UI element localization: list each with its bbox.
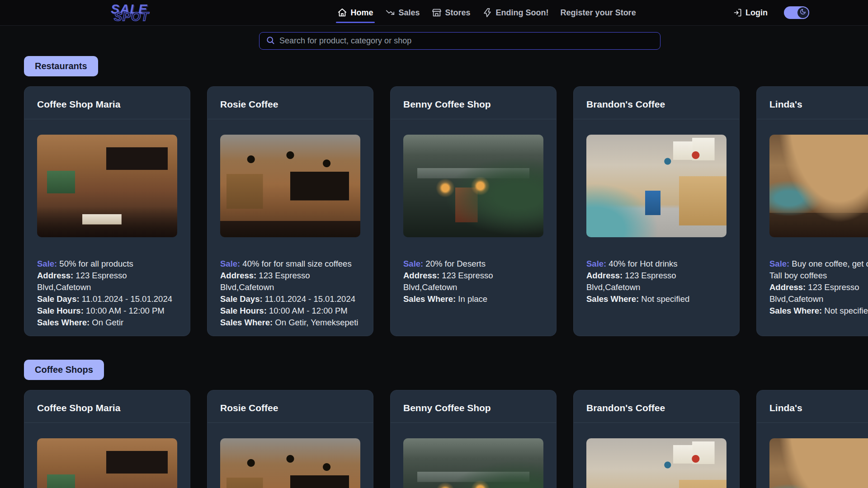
card-field-address: Address: 123 Espresso Blvd,Cafetown — [37, 270, 177, 293]
nav-item-ending-soon[interactable]: Ending Soon! — [482, 0, 549, 26]
card-title: Benny Coffee Shop — [391, 390, 556, 423]
field-value: 10:00 AM - 12:00 PM — [86, 306, 165, 315]
card-field-sales-where: Sales Where: In place — [403, 293, 543, 305]
card-details: Sale: 40% for Hot drinksAddress: 123 Esp… — [586, 258, 726, 305]
main-content: RestaurantsCoffee Shop MariaSale: 50% fo… — [0, 50, 868, 488]
field-value: 20% for Deserts — [425, 259, 486, 268]
cards-row: Coffee Shop MariaSale: 50% for all produ… — [24, 390, 868, 488]
benny-coffee-shop-photo — [403, 135, 543, 237]
field-label: Sale: — [586, 259, 606, 268]
field-value: In place — [458, 294, 487, 304]
card-title: Coffee Shop Maria — [24, 390, 190, 423]
field-label: Sales Where: — [220, 318, 273, 327]
coffee-shop-maria-photo — [37, 438, 177, 488]
card-title: Linda's — [757, 87, 868, 119]
login-button[interactable]: Login — [733, 8, 768, 18]
field-value: Not specified — [824, 306, 868, 315]
shop-card-linda-s[interactable]: Linda'sSale: Buy one coffee, get one fre… — [756, 86, 868, 336]
cards-row: Coffee Shop MariaSale: 50% for all produ… — [24, 86, 868, 336]
field-value: 11.01.2024 - 15.01.2024 — [82, 294, 172, 304]
shop-card-rosie-coffee[interactable]: Rosie CoffeeSale: 40% for for small size… — [207, 390, 373, 488]
field-label: Address: — [403, 271, 439, 280]
field-value: Not specified — [641, 294, 689, 304]
search-input[interactable] — [279, 36, 654, 46]
card-title: Rosie Coffee — [208, 87, 373, 119]
field-label: Sale Days: — [220, 294, 263, 304]
nav-item-label: Stores — [445, 8, 471, 18]
card-title: Brandon's Coffee — [574, 390, 739, 423]
card-field-sales-where: Sales Where: On Getir — [37, 317, 177, 328]
section-badge-restaurants[interactable]: Restaurants — [24, 56, 98, 76]
shop-card-brandon-s-coffee[interactable]: Brandon's CoffeeSale: 40% for Hot drinks… — [573, 86, 740, 336]
field-value: 40% for for small size coffees — [242, 259, 351, 268]
nav-item-label: Home — [351, 8, 373, 18]
lindas-photo — [769, 135, 868, 237]
shop-card-benny-coffee-shop[interactable]: Benny Coffee ShopSale: 20% for DesertsAd… — [390, 390, 557, 488]
sale-spot-logo[interactable]: SALE SPOT — [111, 3, 149, 23]
card-details: Sale: 50% for all productsAddress: 123 E… — [37, 258, 177, 328]
field-label: Sale: — [403, 259, 423, 268]
logo-line2: SPOT — [114, 11, 149, 23]
ending-soon-icon — [482, 8, 492, 18]
card-title: Brandon's Coffee — [574, 87, 739, 119]
rosie-coffee-photo — [220, 135, 360, 237]
shop-card-coffee-shop-maria[interactable]: Coffee Shop MariaSale: 50% for all produ… — [24, 390, 190, 488]
nav-item-stores[interactable]: Stores — [432, 0, 471, 26]
field-label: Sales Where: — [769, 306, 822, 315]
brandons-coffee-photo — [586, 438, 726, 488]
card-field-sale-days: Sale Days: 11.01.2024 - 15.01.2024 — [220, 293, 360, 305]
field-value: On Getir, Yemeksepeti — [275, 318, 358, 327]
shop-card-benny-coffee-shop[interactable]: Benny Coffee ShopSale: 20% for DesertsAd… — [390, 86, 557, 336]
field-label: Sale Hours: — [220, 306, 267, 315]
field-value: 11.01.2024 - 15.01.2024 — [265, 294, 355, 304]
card-title: Benny Coffee Shop — [391, 87, 556, 119]
card-field-sale: Sale: 40% for for small size coffees — [220, 258, 360, 270]
card-details: Sale: Buy one coffee, get one free for T… — [769, 258, 868, 317]
nav-item-sales[interactable]: Sales — [385, 0, 420, 26]
card-field-sale: Sale: 20% for Deserts — [403, 258, 543, 270]
card-field-address: Address: 123 Espresso Blvd,Cafetown — [220, 270, 360, 293]
coffee-shop-maria-photo — [37, 135, 177, 237]
card-title: Coffee Shop Maria — [24, 87, 190, 119]
benny-coffee-shop-photo — [403, 438, 543, 488]
shop-card-coffee-shop-maria[interactable]: Coffee Shop MariaSale: 50% for all produ… — [24, 86, 190, 336]
section-badge-coffee-shops[interactable]: Coffee Shops — [24, 360, 104, 380]
toggle-knob — [797, 7, 808, 18]
card-field-sale-hours: Sale Hours: 10:00 AM - 12:00 PM — [220, 305, 360, 317]
card-details: Sale: 20% for DesertsAddress: 123 Espres… — [403, 258, 543, 305]
nav-item-register-your-store[interactable]: Register your Store — [561, 0, 636, 26]
card-field-sale: Sale: 50% for all products — [37, 258, 177, 270]
dark-mode-toggle[interactable] — [784, 6, 809, 19]
stores-icon — [432, 8, 442, 18]
card-field-address: Address: 123 Espresso Blvd,Cafetown — [586, 270, 726, 293]
field-label: Address: — [769, 282, 806, 292]
shop-card-brandon-s-coffee[interactable]: Brandon's CoffeeSale: 40% for Hot drinks… — [573, 390, 740, 488]
card-field-sales-where: Sales Where: Not specified — [586, 293, 726, 305]
field-label: Address: — [37, 271, 73, 280]
card-field-address: Address: 123 Espresso Blvd,Cafetown — [403, 270, 543, 293]
field-label: Sale: — [220, 259, 240, 268]
login-icon — [733, 8, 742, 17]
nav-items: HomeSalesStoresEnding Soon!Register your… — [337, 0, 636, 26]
field-value: On Getir — [92, 318, 123, 327]
rosie-coffee-photo — [220, 438, 360, 488]
search-icon — [266, 36, 275, 47]
shop-card-rosie-coffee[interactable]: Rosie CoffeeSale: 40% for for small size… — [207, 86, 373, 336]
card-field-sale: Sale: 40% for Hot drinks — [586, 258, 726, 270]
card-title: Rosie Coffee — [208, 390, 373, 423]
card-field-sale: Sale: Buy one coffee, get one free for T… — [769, 258, 868, 282]
section-coffee-shops: Coffee ShopsCoffee Shop MariaSale: 50% f… — [24, 336, 868, 488]
card-field-sale-hours: Sale Hours: 10:00 AM - 12:00 PM — [37, 305, 177, 317]
search-bar — [259, 32, 660, 50]
field-label: Sale: — [37, 259, 57, 268]
sales-icon — [385, 8, 395, 18]
field-label: Address: — [586, 271, 623, 280]
nav-item-home[interactable]: Home — [337, 0, 373, 26]
field-label: Address: — [220, 271, 256, 280]
field-label: Sale Hours: — [37, 306, 84, 315]
field-value: 50% for all products — [59, 259, 133, 268]
field-value: 40% for Hot drinks — [609, 259, 677, 268]
shop-card-linda-s[interactable]: Linda'sSale: Buy one coffee, get one fre… — [756, 390, 868, 488]
home-icon — [337, 8, 347, 18]
card-field-sales-where: Sales Where: Not specified — [769, 305, 868, 317]
